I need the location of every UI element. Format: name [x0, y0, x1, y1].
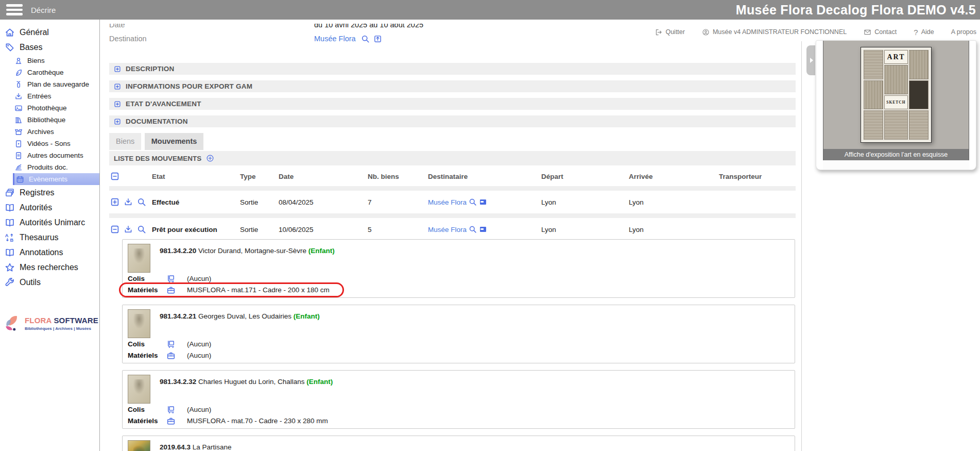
pen-icon	[14, 69, 23, 77]
item-title: 2019.64.3 La Partisane	[160, 440, 232, 451]
case-icon[interactable]	[166, 351, 176, 360]
destinataire-link[interactable]: Musée Flora	[428, 226, 467, 233]
item-card-981-34-2-21: 981.34.2.21 Georges Duval, Les Oudairies…	[122, 305, 795, 363]
child-badge: (Enfant)	[306, 378, 333, 386]
cart-icon[interactable]	[166, 274, 176, 283]
search-icon[interactable]	[361, 35, 370, 43]
collapse-all-icon[interactable]	[110, 172, 119, 181]
sidebar-item-label: Photothèque	[27, 104, 67, 112]
video-doc-icon	[14, 140, 23, 148]
sidebar-item-plan-de-sauvegarde[interactable]: Plan de sauvegarde	[0, 78, 99, 90]
search-icon[interactable]	[137, 225, 146, 234]
section-documentation[interactable]: DOCUMENTATION	[109, 115, 796, 127]
hamburger-menu-icon[interactable]	[6, 4, 23, 15]
movement-row-effectue[interactable]: Effectué Sortie 08/04/2025 7 Musée Flora…	[109, 194, 796, 210]
wrench-icon	[5, 277, 15, 288]
movement-row-pret-pour-execution[interactable]: Prêt pour exécution Sortie 10/06/2025 5 …	[109, 221, 796, 238]
cart-icon[interactable]	[166, 340, 176, 349]
search-icon[interactable]	[469, 198, 477, 206]
accession-number: 981.34.2.20	[160, 247, 196, 255]
help-button[interactable]: ?Aide	[914, 28, 934, 37]
plus-box-icon	[114, 101, 121, 108]
record-content: Date du 10 avril 2025 au 10 août 2025 De…	[109, 24, 796, 451]
sidebar-item-outils[interactable]: Outils	[0, 275, 99, 290]
sidebar-item-entrees[interactable]: Entrées	[0, 90, 99, 102]
inbox-tray-icon	[14, 92, 23, 101]
sidebar-item-general[interactable]: Général	[0, 25, 99, 40]
open-book-icon	[5, 218, 15, 228]
media-caption: Affiche d'exposition l'art en esquisse	[823, 149, 969, 160]
item-thumbnail[interactable]	[128, 440, 150, 451]
sidebar-item-bibliotheque[interactable]: Bibliothèque	[0, 114, 99, 126]
window-icon[interactable]	[479, 198, 487, 206]
column-header: Date	[279, 173, 368, 180]
cart-icon[interactable]	[166, 405, 176, 414]
item-thumbnail[interactable]	[128, 244, 150, 273]
item-title: 981.34.2.21 Georges Duval, Les Oudairies…	[160, 309, 320, 338]
destination-link[interactable]: Musée Flora	[314, 35, 356, 43]
sidebar-item-autorites-unimarc[interactable]: Autorités Unimarc	[0, 215, 99, 230]
tab-biens[interactable]: Biens	[109, 133, 141, 150]
sidebar-item-autres-documents[interactable]: Autres documents	[0, 149, 99, 161]
section-informations-export-gam[interactable]: INFORMATIONS POUR EXPORT GAM	[109, 80, 796, 92]
search-icon[interactable]	[137, 197, 146, 207]
flora-software-logo: FLORA SOFTWARE Bibliothèques | Archives …	[3, 308, 98, 338]
sidebar-item-registres[interactable]: Registres	[0, 185, 99, 200]
item-thumbnail[interactable]	[128, 375, 150, 404]
child-badge: (Enfant)	[308, 247, 335, 255]
contact-button[interactable]: Contact	[864, 28, 897, 36]
download-tray-icon[interactable]	[124, 225, 133, 234]
about-button[interactable]: A propos	[951, 28, 976, 36]
colis-value: (Aucun)	[187, 406, 211, 413]
section-etat-avancement[interactable]: ETAT D'AVANCEMENT	[109, 98, 796, 110]
column-header: Nb. biens	[368, 173, 428, 180]
window-icon[interactable]	[479, 225, 487, 233]
movements-table-header: Etat Type Date Nb. biens Destinataire Dé…	[109, 170, 796, 183]
panel-collapse-handle[interactable]	[806, 45, 815, 75]
layers-icon	[5, 188, 15, 198]
sidebar-item-autorites[interactable]: Autorités	[0, 200, 99, 215]
add-movement-icon[interactable]	[206, 154, 214, 162]
sidebar-item-label: Produits doc.	[27, 163, 68, 171]
materiels-value: MUSFLORA - mat.70 - Cadre - 230 x 280 mm	[187, 417, 328, 425]
star-icon	[5, 262, 15, 273]
sidebar-item-videos-sons[interactable]: Vidéos - Sons	[0, 138, 99, 149]
cell-type: Sortie	[240, 226, 279, 233]
colis-row: Colis (Aucun)	[128, 404, 789, 415]
row-separator	[109, 186, 796, 191]
cell-date: 08/04/2025	[279, 198, 368, 206]
open-box-icon	[14, 128, 23, 136]
case-icon[interactable]	[166, 286, 176, 295]
sidebar-item-thesaurus[interactable]: Thesaurus	[0, 230, 99, 245]
destinataire-link[interactable]: Musée Flora	[428, 198, 467, 206]
download-tray-icon[interactable]	[124, 197, 133, 207]
sidebar-item-evenements[interactable]: Evènements	[13, 173, 99, 185]
sidebar-item-produits-doc[interactable]: Produits doc.	[0, 161, 99, 173]
sidebar-item-bases[interactable]: Bases	[0, 40, 99, 55]
materiels-row: Matériels MUSFLORA - mat.171 - Cadre - 2…	[128, 285, 789, 295]
sidebar-item-carotheque[interactable]: Carothèque	[0, 66, 99, 78]
expand-row-icon[interactable]	[110, 197, 119, 207]
sidebar-item-annotations[interactable]: Annotations	[0, 245, 99, 260]
sidebar-item-mes-recherches[interactable]: Mes recherches	[0, 260, 99, 275]
top-header-bar: Décrire Musée Flora Decalog Flora DEMO v…	[0, 0, 980, 20]
sidebar-item-biens[interactable]: Biens	[0, 55, 99, 66]
sidebar-item-phototheque[interactable]: Photothèque	[0, 102, 99, 114]
media-preview-viewport[interactable]: ART SKETCH	[823, 41, 969, 149]
cell-destinataire: Musée Flora	[428, 225, 541, 233]
section-description[interactable]: DESCRIPTION	[109, 63, 796, 75]
tab-mouvements[interactable]: Mouvements	[145, 133, 204, 150]
question-mark-icon: ?	[914, 28, 918, 37]
panel-splitter[interactable]	[801, 41, 802, 451]
collapse-row-icon[interactable]	[110, 225, 119, 234]
item-thumbnail[interactable]	[128, 309, 150, 338]
cell-etat: Prêt pour exécution	[152, 226, 240, 233]
papers-icon	[14, 163, 23, 172]
cell-type: Sortie	[240, 198, 279, 206]
search-icon[interactable]	[469, 225, 477, 233]
case-icon[interactable]	[166, 416, 176, 426]
open-record-icon[interactable]	[373, 35, 382, 43]
column-header: Type	[240, 173, 279, 180]
sidebar-item-archives[interactable]: Archives	[0, 126, 99, 138]
mail-icon	[864, 28, 871, 36]
